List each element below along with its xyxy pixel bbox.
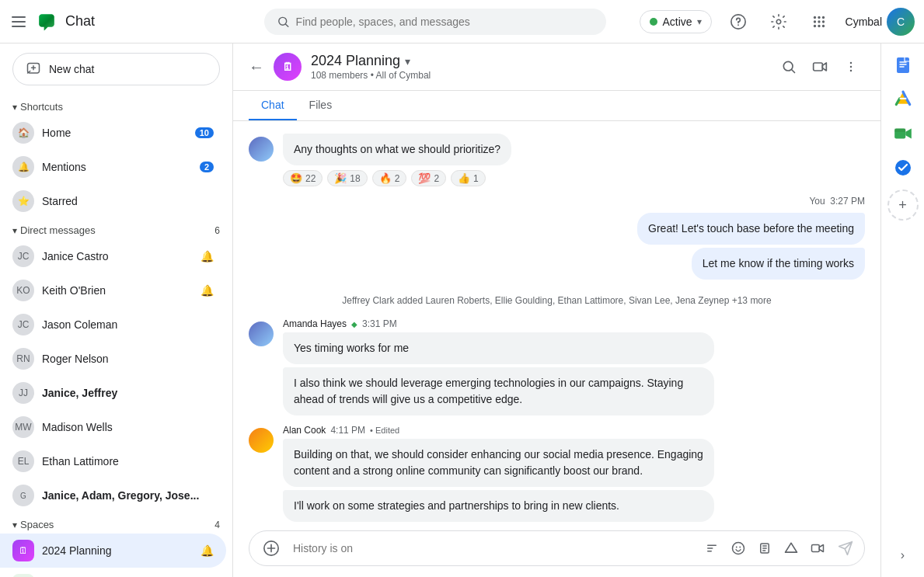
chat-title-text: 2024 Planning [311, 53, 400, 69]
reactions-row: 🤩 22 🎉 18 🔥 2 💯 2 [283, 170, 511, 186]
home-badge: 10 [195, 127, 214, 138]
chat-header-actions [775, 53, 865, 81]
self-meta: You 3:27 PM [809, 196, 865, 207]
emoji-button[interactable] [726, 536, 751, 561]
tab-files[interactable]: Files [297, 91, 345, 120]
spaces-header[interactable]: ▾ Spaces 4 [0, 516, 232, 534]
self-messages-group: You 3:27 PM Great! Let's touch base befo… [249, 196, 865, 280]
video-call-button[interactable] [806, 53, 834, 81]
help-button[interactable] [724, 8, 752, 36]
alan-sender: Alan Cook [283, 425, 326, 436]
google-tasks-button[interactable] [887, 152, 919, 183]
sidebar-item-roger-nelson[interactable]: RN Roger Nelson [0, 342, 226, 376]
attachment-icon [758, 541, 772, 555]
drive-icon [784, 541, 798, 555]
composer-input[interactable] [287, 539, 696, 558]
reaction-flame[interactable]: 🔥 2 [372, 170, 407, 186]
message-content-1: Any thoughts on what we should prioritiz… [283, 134, 511, 186]
send-button[interactable] [833, 536, 858, 561]
message-group-alan: Alan Cook 4:11 PM • Edited Building on t… [249, 425, 865, 523]
alan-avatar [249, 428, 274, 453]
apps-button[interactable] [805, 8, 833, 36]
sidebar-item-janice-castro[interactable]: JC Janice Castro 🔔 [0, 239, 226, 273]
search-bar[interactable] [264, 9, 606, 35]
svg-point-19 [850, 70, 853, 72]
sidebar-item-janice-jeffrey[interactable]: JJ Janice, Jeffrey [0, 376, 226, 410]
sidebar-item-keith-obrien[interactable]: KO Keith O'Brien 🔔 [0, 273, 226, 308]
svg-point-8 [813, 20, 815, 23]
reaction-count-3: 2 [395, 173, 400, 184]
reaction-fire[interactable]: 🤩 22 [283, 170, 323, 186]
reaction-count-1: 22 [305, 173, 316, 184]
sidebar-item-2024-planning[interactable]: 🗓 2024 Planning 🔔 [0, 534, 226, 568]
sidebar-item-ethan-lattimore[interactable]: EL Ethan Lattimore [0, 444, 226, 478]
direct-messages-header[interactable]: ▾ Direct messages 6 [0, 221, 232, 239]
main-layout: New chat ▾ Shortcuts 🏠 Home 10 🔔 Mention… [0, 43, 924, 577]
reaction-party[interactable]: 🎉 18 [327, 170, 367, 186]
emoji-icon [731, 541, 745, 555]
amanda-diamond-icon: ◆ [351, 320, 357, 328]
chat-title[interactable]: 2024 Planning ▾ [311, 53, 775, 69]
google-docs-button[interactable] [887, 50, 919, 81]
svg-point-22 [736, 547, 737, 548]
svg-point-12 [818, 24, 820, 26]
alan-bubble-2: I'll work on some strategies and partner… [283, 490, 714, 522]
svg-point-13 [821, 24, 824, 26]
user-avatar[interactable]: C [887, 8, 915, 36]
composer-add-button[interactable] [259, 536, 284, 561]
ethan-lattimore-avatar: EL [12, 450, 34, 472]
sidebar-item-home[interactable]: 🏠 Home 10 [0, 116, 226, 150]
self-bubble-2: Let me know if the timing works [692, 248, 865, 280]
sidebar-item-sales-watercooler[interactable]: 💬 Sales Watercooler 🔔 [0, 568, 226, 577]
tab-chat[interactable]: Chat [249, 91, 297, 120]
sidebar-item-mentions[interactable]: 🔔 Mentions 2 [0, 150, 226, 184]
more-options-button[interactable] [837, 53, 865, 81]
expand-button[interactable]: › [887, 540, 919, 571]
menu-icon[interactable] [9, 12, 28, 31]
google-meet-button[interactable] [887, 118, 919, 149]
settings-button[interactable] [765, 8, 793, 36]
more-options-icon [843, 59, 859, 75]
active-status-button[interactable]: Active ▾ [640, 10, 711, 33]
sidebar-item-group-janice-adam[interactable]: G Janice, Adam, Gregory, Jose... [0, 478, 226, 513]
reaction-100[interactable]: 💯 2 [411, 170, 446, 186]
amanda-avatar [249, 322, 274, 346]
madison-wells-avatar: MW [12, 416, 34, 438]
google-drive-icon [893, 89, 913, 109]
svg-point-17 [850, 62, 853, 64]
send-icon [838, 541, 853, 556]
amanda-sender: Amanda Hayes [283, 318, 347, 329]
sidebar-item-madison-wells[interactable]: MW Madison Wells [0, 410, 226, 444]
add-icon-label: + [898, 197, 907, 214]
format-text-icon [705, 541, 719, 555]
group-label: Janice, Adam, Gregory, Jose... [42, 489, 214, 502]
sidebar-item-jason-coleman[interactable]: JC Jason Coleman [0, 308, 226, 342]
sidebar-item-starred[interactable]: ⭐ Starred [0, 184, 226, 218]
reaction-count-4: 2 [434, 173, 439, 184]
video-button[interactable] [805, 536, 830, 561]
brand-logo[interactable]: Cymbal C [846, 8, 915, 36]
chat-tabs: Chat Files [233, 91, 880, 121]
starred-label: Starred [42, 195, 214, 207]
chat-subtitle: 108 members • All of Cymbal [311, 70, 775, 81]
chat-search-button[interactable] [775, 53, 803, 81]
attachment-button[interactable] [752, 536, 777, 561]
shortcuts-header[interactable]: ▾ Shortcuts [0, 98, 232, 116]
svg-point-4 [776, 19, 781, 24]
spaces-chevron: ▾ [12, 520, 17, 530]
google-docs-icon [894, 56, 912, 75]
search-input[interactable] [296, 16, 594, 28]
group-avatar: G [12, 485, 34, 506]
mentions-icon: 🔔 [12, 156, 34, 178]
amanda-message-content: Amanda Hayes ◆ 3:31 PM Yes timing works … [283, 318, 714, 415]
format-text-button[interactable] [699, 536, 724, 561]
drive-button[interactable] [779, 536, 804, 561]
madison-wells-label: Madison Wells [42, 421, 214, 433]
2024-planning-icon: 🗓 [12, 540, 34, 561]
roger-nelson-avatar: RN [12, 348, 34, 370]
google-drive-button[interactable] [887, 84, 919, 115]
add-app-button[interactable]: + [887, 189, 919, 221]
back-button[interactable]: ← [249, 58, 264, 76]
new-chat-button[interactable]: New chat [12, 53, 220, 85]
reaction-thumbs[interactable]: 👍 1 [451, 170, 486, 186]
